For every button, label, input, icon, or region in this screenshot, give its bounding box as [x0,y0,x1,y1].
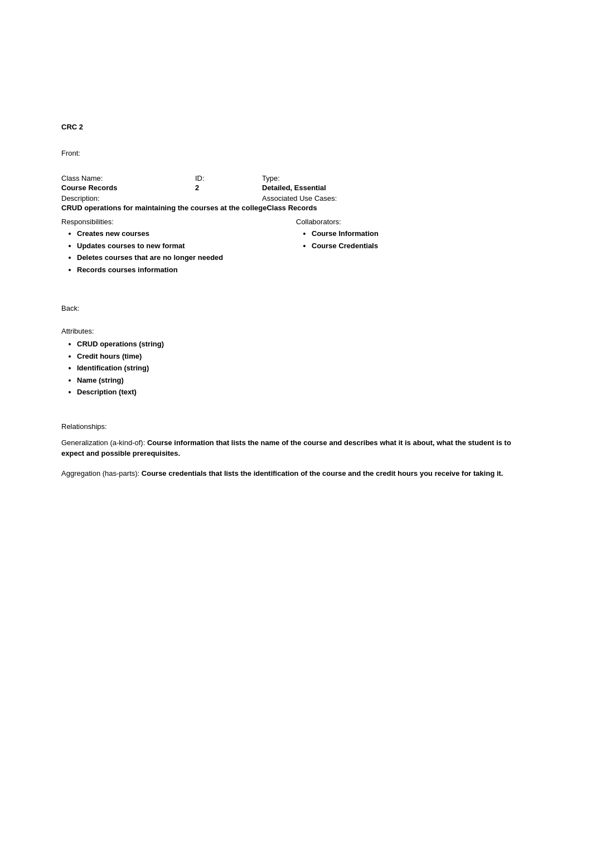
type-label: Type: [262,174,280,182]
collaborators-label: Collaborators: [296,218,531,226]
associated-value: Class Records [266,204,317,212]
relationships-label: Relationships: [61,422,531,431]
responsibilities-list: Creates new courses Updates courses to n… [61,228,296,275]
id-value: 2 [195,184,199,192]
list-item: Credit hours (time) [77,351,531,362]
aggregation-normal: Aggregation (has-parts): [61,469,142,478]
responsibilities-label: Responsibilities: [61,218,296,226]
list-item: Creates new courses [77,228,296,239]
list-item: CRUD operations (string) [77,339,531,350]
aggregation-bold: Course credentials that lists the identi… [142,469,503,478]
front-label: Front: [61,149,531,157]
list-item: Records courses information [77,264,296,276]
list-item: Name (string) [77,375,531,386]
associated-label: Associated Use Cases: [262,194,337,202]
list-item: Description (text) [77,387,531,398]
attributes-list: CRUD operations (string) Credit hours (t… [61,339,531,398]
type-value: Detailed, Essential [262,184,326,192]
aggregation-text: Aggregation (has-parts): Course credenti… [61,468,531,479]
back-label: Back: [61,304,531,312]
collaborators-list: Course Information Course Credentials [296,228,531,251]
generalization-normal: Generalization (a-kind-of): [61,438,147,447]
generalization-text: Generalization (a-kind-of): Course infor… [61,437,531,459]
class-name-value: Course Records [61,184,117,192]
list-item: Course Information [312,228,531,239]
attributes-label: Attributes: [61,327,531,335]
list-item: Identification (string) [77,363,531,374]
description-label: Description: [61,194,100,202]
list-item: Deletes courses that are no longer neede… [77,252,296,263]
class-name-label: Class Name: [61,174,103,182]
list-item: Course Credentials [312,240,531,252]
main-title: CRC 2 [61,123,531,131]
id-label: ID: [195,174,205,182]
list-item: Updates courses to new format [77,240,296,252]
description-value: CRUD operations for maintaining the cour… [61,204,266,212]
